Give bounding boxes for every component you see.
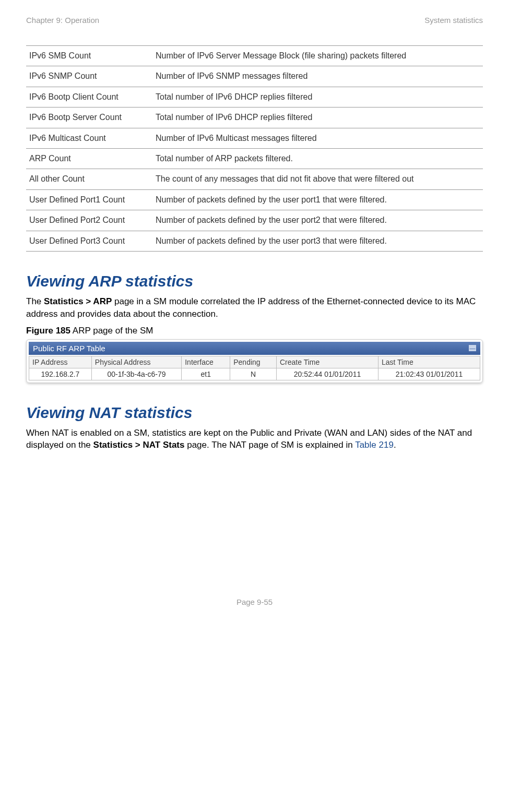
table-row: IPv6 SMB CountNumber of IPv6 Server Mess…	[26, 46, 483, 66]
stat-desc: Total number of IPv6 DHCP replies filter…	[152, 87, 483, 107]
arp-header-cell: Last Time	[378, 356, 480, 368]
stat-name: User Defined Port3 Count	[26, 231, 152, 251]
stats-table: IPv6 SMB CountNumber of IPv6 Server Mess…	[26, 45, 483, 252]
arp-cell: 192.168.2.7	[29, 368, 92, 380]
page-footer: Page 9-55	[26, 598, 483, 606]
arp-header-cell: Interface	[182, 356, 230, 368]
arp-header-cell: Physical Address	[91, 356, 181, 368]
heading-arp: Viewing ARP statistics	[26, 272, 483, 290]
arp-cell: et1	[182, 368, 230, 380]
table-row: User Defined Port1 CountNumber of packet…	[26, 189, 483, 210]
stat-desc: Number of packets defined by the user po…	[152, 210, 483, 231]
page-header: Chapter 9: Operation System statistics	[26, 16, 483, 25]
header-left: Chapter 9: Operation	[26, 16, 99, 25]
table-row: IPv6 SNMP CountNumber of IPv6 SNMP messa…	[26, 66, 483, 87]
arp-cell: 00-1f-3b-4a-c6-79	[91, 368, 181, 380]
stat-name: IPv6 SNMP Count	[26, 66, 152, 87]
stat-name: ARP Count	[26, 148, 152, 169]
arp-table: IP AddressPhysical AddressInterfacePendi…	[29, 356, 480, 380]
stat-desc: Number of IPv6 SNMP messages filtered	[152, 66, 483, 87]
stat-desc: Number of packets defined by the user po…	[152, 231, 483, 251]
arp-cell: 21:02:43 01/01/2011	[378, 368, 480, 380]
table-row: ARP CountTotal number of ARP packets fil…	[26, 148, 483, 169]
stat-name: All other Count	[26, 169, 152, 189]
arp-header-cell: Pending	[230, 356, 277, 368]
arp-panel-title-bar: Public RF ARP Table —	[29, 342, 480, 355]
nat-paragraph: When NAT is enabled on a SM, statistics …	[26, 427, 483, 452]
table-row: User Defined Port2 CountNumber of packet…	[26, 210, 483, 231]
stat-desc: Number of packets defined by the user po…	[152, 189, 483, 210]
figure-label: Figure 185 ARP page of the SM	[26, 326, 483, 336]
arp-panel-title: Public RF ARP Table	[33, 344, 105, 353]
arp-cell: N	[230, 368, 277, 380]
header-right: System statistics	[424, 16, 483, 25]
table-link[interactable]: Table 219	[355, 440, 394, 450]
minimize-icon[interactable]: —	[469, 345, 476, 351]
table-row: All other CountThe count of any messages…	[26, 169, 483, 189]
arp-cell: 20:52:44 01/01/2011	[277, 368, 378, 380]
stat-desc: Number of IPv6 Server Message Block (fil…	[152, 46, 483, 66]
stat-desc: Number of IPv6 Multicast messages filter…	[152, 128, 483, 148]
stat-desc: Total number of ARP packets filtered.	[152, 148, 483, 169]
table-row: IPv6 Bootp Server CountTotal number of I…	[26, 108, 483, 128]
arp-paragraph: The Statistics > ARP page in a SM module…	[26, 295, 483, 320]
arp-header-cell: Create Time	[277, 356, 378, 368]
stat-desc: The count of any messages that did not f…	[152, 169, 483, 189]
table-row: User Defined Port3 CountNumber of packet…	[26, 231, 483, 251]
heading-nat: Viewing NAT statistics	[26, 404, 483, 422]
arp-panel: Public RF ARP Table — IP AddressPhysical…	[26, 339, 483, 383]
stat-name: IPv6 SMB Count	[26, 46, 152, 66]
stat-name: IPv6 Bootp Client Count	[26, 87, 152, 107]
stat-name: User Defined Port1 Count	[26, 189, 152, 210]
arp-header-cell: IP Address	[29, 356, 92, 368]
stat-desc: Total number of IPv6 DHCP replies filter…	[152, 108, 483, 128]
stat-name: IPv6 Bootp Server Count	[26, 108, 152, 128]
stat-name: User Defined Port2 Count	[26, 210, 152, 231]
table-row: IPv6 Bootp Client CountTotal number of I…	[26, 87, 483, 107]
table-row: IPv6 Multicast CountNumber of IPv6 Multi…	[26, 128, 483, 148]
stat-name: IPv6 Multicast Count	[26, 128, 152, 148]
